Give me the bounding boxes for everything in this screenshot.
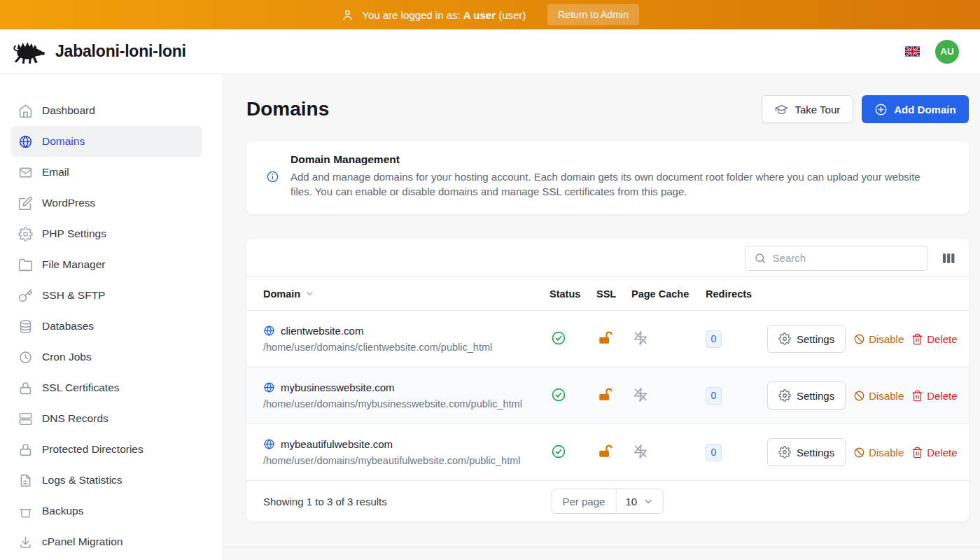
domain-path: /home/user/domains/clientwebsite.com/pub…	[263, 342, 550, 353]
disable-button[interactable]: Disable	[853, 333, 904, 345]
globe-icon	[263, 325, 275, 337]
info-card-title: Domain Management	[290, 153, 927, 166]
sidebar-item-label: Logs & Statistics	[42, 474, 122, 486]
return-to-admin-button[interactable]: Return to Admin	[547, 4, 638, 25]
language-flag-icon[interactable]	[905, 46, 920, 57]
boar-logo-icon	[11, 39, 46, 64]
delete-button[interactable]: Delete	[911, 447, 957, 458]
sidebar-item-label: WordPress	[42, 197, 95, 209]
search-input[interactable]	[773, 252, 919, 264]
take-tour-button[interactable]: Take Tour	[762, 95, 853, 123]
settings-button[interactable]: Settings	[767, 382, 846, 410]
per-page-select[interactable]: Per page 10	[552, 489, 664, 514]
table-row: mybeautifulwebsite.com /home/user/domain…	[246, 424, 969, 481]
info-card: Domain Management Add and manage domains…	[246, 141, 969, 214]
column-header-domain[interactable]: Domain	[263, 288, 550, 300]
lock-icon	[18, 442, 33, 457]
domains-table-card: Domain Status SSL Page Cache Redirects c…	[246, 239, 969, 522]
search-box	[745, 246, 928, 271]
sidebar-item-wordpress[interactable]: WordPress	[11, 188, 202, 218]
impersonation-banner: You are logged in as: A user (user) Retu…	[0, 0, 980, 29]
sidebar-item-protected-directories[interactable]: Protected Directories	[11, 434, 202, 465]
ssl-unlocked-icon	[598, 330, 613, 346]
mail-icon	[18, 165, 33, 180]
delete-button[interactable]: Delete	[911, 333, 957, 345]
gear-icon	[18, 227, 33, 241]
table-row: mybusinesswebsite.com /home/user/domains…	[246, 368, 969, 424]
home-icon	[18, 104, 33, 118]
delete-button[interactable]: Delete	[911, 390, 957, 402]
column-header-page-cache: Page Cache	[631, 288, 706, 300]
disable-button[interactable]: Disable	[853, 390, 904, 402]
column-header-redirects: Redirects	[706, 288, 767, 300]
domain-name[interactable]: mybusinesswebsite.com	[281, 382, 395, 393]
status-enabled-icon	[551, 387, 566, 402]
avatar[interactable]: AU	[935, 40, 959, 64]
brand-link[interactable]: Jabaloni-loni-loni	[11, 39, 186, 64]
sidebar-item-dns-records[interactable]: DNS Records	[11, 403, 202, 434]
trash-icon	[911, 333, 923, 345]
sidebar-item-cpanel-migration[interactable]: cPanel Migration	[11, 526, 202, 557]
ssl-unlocked-icon	[598, 444, 613, 459]
domain-path: /home/user/domains/mybeautifulwebsite.co…	[263, 455, 550, 466]
sidebar-item-label: Databases	[42, 320, 94, 332]
plus-circle-icon	[874, 103, 888, 116]
folder-icon	[18, 258, 33, 272]
main-content: Domains Take Tour Add Domain Domain Mana…	[224, 74, 980, 560]
sidebar-item-ssl-certificates[interactable]: SSL Certificates	[11, 372, 202, 403]
chevron-down-icon	[643, 496, 654, 507]
sidebar-item-backups[interactable]: Backups	[11, 496, 202, 526]
clock-icon	[18, 350, 33, 365]
sidebar-item-label: cPanel Migration	[42, 536, 122, 548]
settings-button[interactable]: Settings	[767, 438, 846, 466]
sidebar-item-file-manager[interactable]: File Manager	[11, 249, 202, 280]
sidebar-item-ssh-sftp[interactable]: SSH & SFTP	[11, 280, 202, 311]
slash-circle-icon	[853, 447, 865, 458]
info-icon	[266, 170, 279, 183]
sidebar-item-label: Domains	[42, 135, 85, 148]
disable-button[interactable]: Disable	[853, 447, 904, 458]
domain-name[interactable]: mybeautifulwebsite.com	[281, 438, 393, 450]
sidebar-item-label: Backups	[42, 505, 83, 517]
globe-icon	[18, 134, 33, 149]
sidebar-item-label: SSL Certificates	[42, 382, 120, 394]
redirects-count-badge: 0	[706, 330, 722, 348]
sidebar-item-email[interactable]: Email	[11, 157, 202, 188]
sidebar-item-domains[interactable]: Domains	[11, 126, 202, 157]
per-page-label: Per page	[552, 489, 617, 513]
page-cache-off-icon	[633, 444, 648, 459]
key-icon	[18, 288, 33, 303]
sidebar-item-label: SSH & SFTP	[42, 289, 105, 302]
page-cache-off-icon	[633, 387, 648, 402]
file-text-icon	[18, 473, 33, 488]
database-icon	[18, 319, 33, 334]
banner-user-name: A user	[463, 9, 496, 21]
status-enabled-icon	[551, 330, 566, 346]
column-header-ssl: SSL	[596, 288, 631, 300]
sidebar-item-php-settings[interactable]: PHP Settings	[11, 218, 202, 249]
banner-message: You are logged in as: A user (user)	[362, 9, 526, 21]
table-row: clientwebsite.com /home/user/domains/cli…	[246, 311, 969, 368]
sidebar-item-databases[interactable]: Databases	[11, 311, 202, 342]
info-card-body: Add and manage domains for your hosting …	[290, 170, 927, 199]
table-footer: Showing 1 to 3 of 3 results Per page 10	[246, 481, 969, 522]
sidebar-item-cron-jobs[interactable]: Cron Jobs	[11, 342, 202, 372]
sidebar-item-label: Dashboard	[42, 104, 95, 117]
domain-path: /home/user/domains/mybusinesswebsite.com…	[263, 398, 550, 410]
domain-name[interactable]: clientwebsite.com	[281, 325, 363, 337]
trash-icon	[911, 390, 923, 402]
gear-icon	[778, 332, 791, 345]
column-settings-button[interactable]	[941, 251, 956, 266]
settings-button[interactable]: Settings	[767, 325, 846, 353]
sidebar-item-label: DNS Records	[42, 412, 108, 425]
results-summary: Showing 1 to 3 of 3 results	[263, 496, 387, 507]
brand-title: Jabaloni-loni-loni	[55, 42, 186, 61]
sidebar-item-dashboard[interactable]: Dashboard	[11, 95, 202, 126]
redirects-count-badge: 0	[706, 387, 722, 405]
graduation-cap-icon	[775, 103, 788, 116]
add-domain-button[interactable]: Add Domain	[862, 95, 968, 123]
ssl-unlocked-icon	[598, 387, 613, 402]
slash-circle-icon	[853, 333, 865, 345]
sidebar-item-logs-statistics[interactable]: Logs & Statistics	[11, 465, 202, 496]
sidebar-item-label: Cron Jobs	[42, 351, 92, 363]
